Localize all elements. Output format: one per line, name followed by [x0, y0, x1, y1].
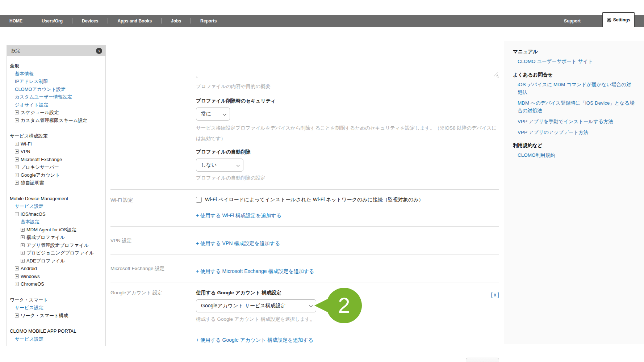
help-link-clomo[interactable]: CLOMO利用規約 — [518, 152, 635, 159]
sidebar-item-label: ADEプロファイル — [26, 258, 65, 264]
nav-item-devices[interactable]: Devices — [72, 18, 108, 24]
sidebar-item-item[interactable]: +カスタム管理権限スキーム設定 — [15, 117, 103, 125]
add-vpn-config-link[interactable]: + 使用する VPN 構成設定を追加する — [196, 240, 280, 247]
help-link-vpp[interactable]: VPP アプリを手動でインストールする方法 — [518, 118, 635, 126]
add-google-config-link[interactable]: + 使用する Google アカウント 構成設定を追加する — [196, 337, 313, 344]
google-config-select-value: Googleアカウント サービス構成設定 — [201, 303, 286, 309]
nav-item-support[interactable]: Support — [553, 18, 591, 24]
sidebar-item-label: Windows — [21, 274, 40, 279]
sidebar-item-chromeos[interactable]: +ChromeOS — [15, 280, 103, 288]
sidebar-item-label: iOS/macOS — [21, 211, 46, 217]
sidebar-item-item[interactable]: +プロキシサーバー — [15, 163, 103, 171]
sidebar-item-vpn[interactable]: +VPN — [15, 148, 103, 156]
sidebar-item-wi-fi[interactable]: +Wi-Fi — [15, 140, 103, 148]
sidebar-tree: 全般基本情報IPアドレス制限CLOMOアカウント設定カスタムユーザー情報設定ジオ… — [7, 56, 105, 346]
sidebar-item-item[interactable]: サービス設定 — [15, 335, 103, 343]
profile-top-section: プロファイルの内容や目的の概要 プロファイル削除時のセキュリティ 常に サービス… — [110, 41, 499, 189]
sidebar-item-label: MDM Agent for iOS設定 — [26, 227, 76, 232]
row-label-empty — [110, 41, 196, 182]
sidebar-item-item[interactable]: サービス設定 — [15, 304, 103, 312]
sidebar-item-microsoft-exchange[interactable]: +Microsoft Exchange — [15, 156, 103, 164]
chevron-down-icon — [223, 112, 226, 116]
nav-item-jobs[interactable]: Jobs — [162, 18, 191, 24]
sidebar-item-ip[interactable]: IPアドレス制限 — [15, 77, 103, 85]
sidebar-item-android[interactable]: +Android — [15, 265, 103, 273]
expand-icon[interactable]: + — [15, 118, 19, 122]
sidebar-group-title: CLOMO MOBILE APP PORTAL — [10, 327, 103, 335]
removal-security-label: プロファイル削除時のセキュリティ — [196, 98, 499, 104]
expand-icon[interactable]: + — [21, 243, 25, 247]
sidebar-item-item[interactable]: +アプリ管理設定プロファイル — [21, 241, 103, 249]
sidebar-item-item[interactable]: 基本設定 — [21, 218, 103, 226]
help-section-title: 利用規約など — [513, 142, 635, 149]
google-account-settings-row: Googleアカウント 設定 [ x ] 使用する Google アカウント 構… — [110, 282, 499, 351]
sidebar-item-item[interactable]: +プロビジョニングプロファイル — [21, 249, 103, 257]
sidebar-item-item[interactable]: +独自証明書 — [15, 179, 103, 187]
expand-icon[interactable]: + — [15, 274, 19, 278]
add-exchange-config-link[interactable]: + 使用する Microsoft Exchange 構成設定を追加する — [196, 268, 314, 275]
auto-delete-value: しない — [201, 162, 217, 168]
expand-icon[interactable]: + — [21, 235, 25, 239]
expand-icon[interactable]: + — [21, 251, 25, 255]
google-row-label: Googleアカウント 設定 — [110, 288, 196, 344]
sidebar-collapse-button[interactable]: ‹ — [96, 48, 102, 54]
profile-description-textarea[interactable] — [196, 41, 499, 78]
sidebar-item-mdm-agent-for-ios[interactable]: +MDM Agent for iOS設定 — [21, 226, 103, 234]
sidebar-item-item[interactable]: ジオサイト設定 — [15, 101, 103, 109]
sidebar-item-google[interactable]: +Googleアカウント — [15, 171, 103, 179]
sidebar-item-windows[interactable]: +Windows — [15, 273, 103, 281]
google-config-select[interactable]: Googleアカウント サービス構成設定 — [196, 299, 316, 312]
sidebar-item-item[interactable]: 基本情報 — [15, 70, 103, 78]
help-section-title: よくあるお問合せ — [513, 72, 635, 78]
sidebar-item-item[interactable]: +構成プロファイル — [21, 233, 103, 241]
collapse-icon[interactable]: − — [15, 212, 19, 216]
nav-item-users-org[interactable]: Users/Org — [32, 18, 72, 24]
help-link-vpp[interactable]: VPP アプリのアップデート方法 — [518, 129, 635, 136]
nav-item-home[interactable]: HOME — [0, 18, 32, 24]
sidebar-item-label: Wi-Fi — [21, 141, 32, 147]
help-link-clomo[interactable]: CLOMO ユーザーサポート サイト — [518, 58, 635, 66]
help-section-title: マニュアル — [513, 49, 635, 55]
expand-icon[interactable]: + — [15, 266, 19, 270]
remove-google-config-link[interactable]: [ x ] — [491, 292, 499, 298]
top-navigation: HOMEUsers/OrgDevicesApps and BooksJobsRe… — [0, 15, 644, 27]
sidebar-item-item[interactable]: カスタムユーザー情報設定 — [15, 93, 103, 101]
auto-delete-select[interactable]: しない — [196, 159, 243, 172]
sidebar-item-label: プロビジョニングプロファイル — [26, 250, 94, 256]
expand-icon[interactable]: + — [15, 142, 19, 146]
expand-icon[interactable]: + — [21, 228, 25, 232]
expand-icon[interactable]: + — [15, 282, 19, 286]
auto-delete-caption: プロファイルの自動削除の設定 — [196, 174, 499, 182]
add-submit-button[interactable]: 追加 — [466, 358, 499, 362]
expand-icon[interactable]: + — [15, 173, 19, 177]
sidebar-item-label: サービス設定 — [15, 305, 43, 310]
expand-icon[interactable]: + — [21, 259, 25, 263]
wifi-payload-checkbox[interactable] — [196, 197, 202, 203]
sidebar-item-clomo[interactable]: CLOMOアカウント設定 — [15, 85, 103, 93]
wifi-row-label: Wi-Fi 設定 — [110, 195, 196, 219]
sidebar-item-label: サービス設定 — [15, 336, 43, 342]
sidebar-item-item[interactable]: +スケジュール設定 — [15, 109, 103, 117]
add-wifi-config-link[interactable]: + 使用する Wi-Fi 構成設定を追加する — [196, 212, 281, 219]
sidebar-item-label: VPN — [21, 149, 30, 154]
tab-settings[interactable]: Settings — [602, 12, 635, 27]
sidebar-item-item[interactable]: サービス設定 — [15, 202, 103, 210]
profile-settings-form: プロファイルの内容や目的の概要 プロファイル削除時のセキュリティ 常に サービス… — [110, 41, 499, 362]
settings-tab-label: Settings — [613, 17, 630, 22]
expand-icon[interactable]: + — [15, 157, 19, 161]
sidebar-item-ios-macos[interactable]: −iOS/macOS — [15, 210, 103, 218]
sidebar-group: CLOMO MOBILE APP PORTALサービス設定 — [10, 327, 103, 343]
help-link-ios-mdm[interactable]: iOS デバイスに MDM コマンドが届かない場合の対処法 — [518, 81, 635, 96]
help-link-mdm-ios-device[interactable]: MDM へのデバイス登録時に「iOS Device」となる場合の対処法 — [518, 100, 635, 115]
expand-icon[interactable]: + — [15, 181, 19, 185]
sidebar-item-item[interactable]: +ワーク・スマート構成 — [15, 312, 103, 320]
removal-security-select[interactable]: 常に — [196, 108, 230, 121]
expand-icon[interactable]: + — [15, 165, 19, 169]
nav-item-apps-and-books[interactable]: Apps and Books — [108, 18, 161, 24]
expand-icon[interactable]: + — [15, 110, 19, 114]
vpn-settings-row: VPN 設定 + 使用する VPN 構成設定を追加する — [110, 226, 499, 254]
sidebar-item-ade[interactable]: +ADEプロファイル — [21, 257, 103, 265]
expand-icon[interactable]: + — [15, 150, 19, 153]
expand-icon[interactable]: + — [15, 313, 19, 317]
nav-item-reports[interactable]: Reports — [191, 18, 226, 24]
